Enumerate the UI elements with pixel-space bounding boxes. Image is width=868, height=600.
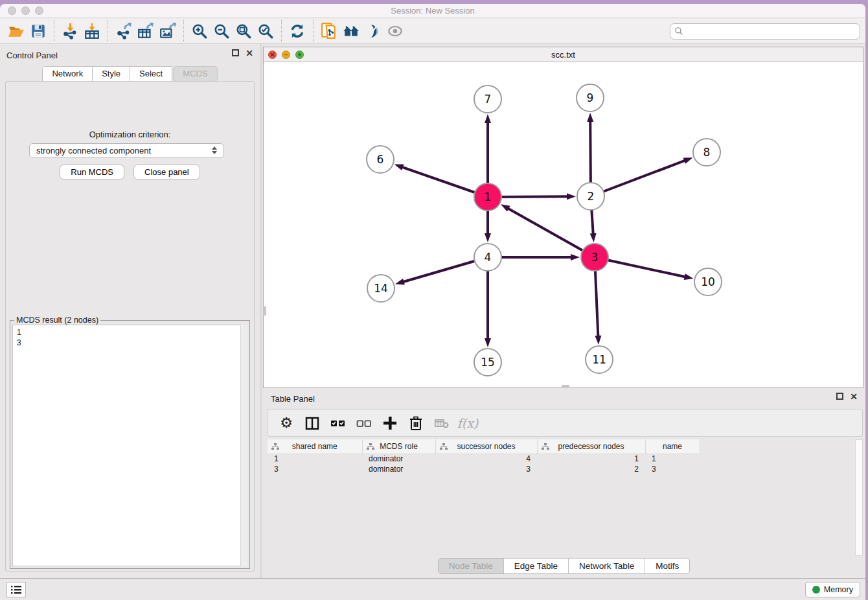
column-layout-icon[interactable] [301,412,324,434]
select-all-icon[interactable] [326,412,350,434]
add-column-icon[interactable] [378,412,402,434]
edge-arrowhead [595,336,601,345]
svg-text:15: 15 [481,356,495,369]
graph-node-3[interactable]: 3 [581,244,608,271]
deselect-all-icon[interactable] [352,412,376,434]
export-table-icon[interactable] [135,21,157,41]
tab-mcds[interactable]: MCDS [173,66,217,82]
zoom-out-icon[interactable] [211,21,233,41]
graph-node-1[interactable]: 1 [474,183,501,211]
table-cell[interactable]: dominator [362,454,435,464]
function-builder-icon[interactable]: f(x) [456,412,479,434]
delete-table-icon[interactable] [430,412,453,434]
table-cell[interactable]: 1 [268,454,362,464]
column-header-name[interactable]: name [645,439,700,454]
graph-node-6[interactable]: 6 [367,146,394,173]
memory-status-icon [812,586,820,594]
graph-node-14[interactable]: 14 [367,275,394,302]
toolbar-separator [54,20,54,42]
refresh-layout-icon[interactable] [286,21,308,41]
graph-node-9[interactable]: 9 [577,84,604,111]
svg-text:7: 7 [485,93,492,106]
task-history-icon[interactable] [6,582,26,597]
optimization-select[interactable]: strongly connected component [29,143,224,158]
column-header-MCDS-role[interactable]: MCDS role [362,439,435,454]
tab-edge-table[interactable]: Edge Table [503,559,568,573]
result-scrollbar[interactable] [240,325,247,566]
optimization-label: Optimization criterion: [6,130,254,139]
save-session-icon[interactable] [27,21,49,41]
tab-select[interactable]: Select [130,66,172,82]
zoom-fit-icon[interactable] [233,21,255,41]
network-graph: 7968124314101511 [264,62,863,387]
float-panel-icon[interactable] [232,49,239,56]
splitter-grip[interactable] [562,385,569,388]
network-window-title: scc.txt [264,50,863,60]
graph-node-10[interactable]: 10 [694,268,722,295]
table-cell[interactable]: 1 [537,454,645,464]
table-settings-icon[interactable]: ⚙ [275,412,298,434]
edge-2-8[interactable] [591,160,685,196]
toolbar-separator [183,20,184,42]
tab-style[interactable]: Style [93,66,130,82]
graphics-details-icon[interactable] [362,21,384,41]
column-header-predecessor-nodes[interactable]: predecessor nodes [537,439,645,454]
search-input[interactable] [670,23,860,40]
graph-node-11[interactable]: 11 [586,346,613,373]
table-row[interactable]: 1dominator411 [268,454,700,464]
tree-column-icon [542,443,549,450]
graph-node-2[interactable]: 2 [577,183,604,210]
edge-arrowhead [590,233,597,242]
import-network-icon[interactable] [59,21,81,41]
table-tabs-bar: Node TableEdge TableNetwork TableMotifs [262,558,865,574]
edge-3-1[interactable] [507,208,595,257]
tab-node-table[interactable]: Node Table [439,559,503,573]
graph-node-8[interactable]: 8 [693,139,720,166]
svg-text:4: 4 [485,251,492,264]
network-canvas[interactable]: 7968124314101511 [264,62,863,387]
table-cell[interactable]: 4 [435,454,537,464]
zoom-selected-icon[interactable] [255,21,277,41]
network-window-titlebar[interactable]: ✕ − + scc.txt [264,47,863,62]
export-image-icon[interactable] [157,21,179,41]
close-panel-icon[interactable]: ✕ [246,49,253,58]
eye-icon[interactable] [384,21,406,41]
close-table-panel-icon[interactable]: ✕ [850,393,858,401]
table-cell[interactable]: 2 [537,464,645,474]
toolbar-separator [281,20,282,42]
float-table-panel-icon[interactable] [836,393,843,400]
tab-motifs[interactable]: Motifs [645,559,689,573]
network-clone-icon[interactable] [318,21,340,41]
column-header-shared-name[interactable]: shared name [268,439,362,454]
tab-network-table[interactable]: Network Table [568,559,645,573]
table-cell[interactable]: 1 [645,454,700,464]
run-mcds-button[interactable]: Run MCDS [60,165,124,179]
edge-arrowhead [395,279,405,285]
memory-button[interactable]: Memory [805,582,860,597]
open-session-icon[interactable] [5,21,27,41]
graph-node-15[interactable]: 15 [474,349,501,376]
export-network-icon[interactable] [113,21,135,41]
graph-node-7[interactable]: 7 [474,86,501,113]
delete-column-icon[interactable] [404,412,428,434]
result-line: 1 [17,327,243,338]
table-row[interactable]: 3dominator323 [268,464,700,474]
table-cell[interactable]: 3 [268,464,362,474]
mcds-result-text[interactable]: 13 [12,325,247,566]
edge-arrowhead [567,193,576,200]
splitter-grip[interactable] [263,306,266,316]
table-cell[interactable]: dominator [362,464,435,474]
table-cell[interactable]: 3 [645,464,700,474]
graph-node-4[interactable]: 4 [474,244,501,271]
tree-column-icon [440,443,448,450]
home-icon[interactable] [340,21,362,41]
tab-network[interactable]: Network [42,66,93,82]
table-scrollbar[interactable] [855,439,863,556]
control-panel: Control Panel ✕ NetworkStyleSelectMCDS O… [0,44,260,578]
zoom-in-icon[interactable] [188,21,211,41]
import-table-icon[interactable] [81,21,103,41]
table-toolbar: ⚙ f(x) [268,409,863,437]
close-panel-button[interactable]: Close panel [133,165,200,179]
table-cell[interactable]: 3 [435,464,537,474]
column-header-successor-nodes[interactable]: successor nodes [435,439,537,454]
